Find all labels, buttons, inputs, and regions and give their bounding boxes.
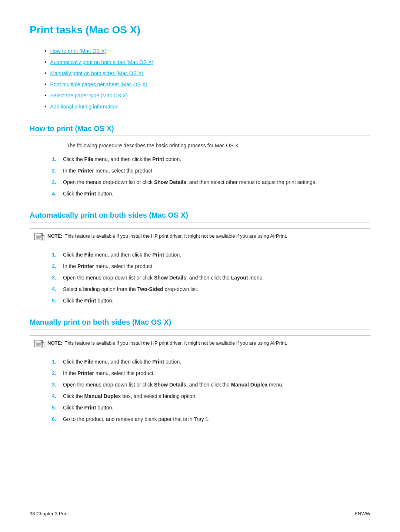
step-text: In the Printer menu, select the product. [63, 262, 370, 270]
page-footer: 38 Chapter 3 Print ENWW [30, 510, 370, 518]
toc-item-4[interactable]: Print multiple pages per sheet (Mac OS X… [44, 80, 370, 89]
step-number: 4. [52, 392, 63, 400]
step-2-3: 3. Open the menus drop-down list or clic… [52, 274, 370, 282]
toc-item-1[interactable]: How to print (Mac OS X) [44, 47, 370, 56]
section-intro-how-to-print: The following procedure describes the ba… [67, 142, 370, 150]
step-1-3: 3. Open the menus drop-down list or clic… [52, 178, 370, 186]
toc-link-6[interactable]: Additional printing information [50, 103, 119, 111]
step-text: In the Printer menu, select this product… [63, 369, 370, 377]
note-icon [34, 233, 44, 241]
step-number: 2. [52, 369, 63, 377]
footer-right: ENWW [354, 510, 370, 518]
footer-left: 38 Chapter 3 Print [30, 510, 69, 518]
step-3-6: 6. Go to the product, and remove any bla… [52, 415, 370, 423]
step-text: Go to the product, and remove any blank … [63, 415, 370, 423]
note-label: NOTE: [47, 340, 62, 346]
toc-item-3[interactable]: Manually print on both sides (Mac OS X) [44, 69, 370, 78]
step-number: 5. [52, 297, 63, 305]
auto-duplex-note: NOTE:This feature is available if you in… [30, 228, 370, 245]
toc-list: How to print (Mac OS X) Automatically pr… [44, 47, 370, 111]
how-to-print-steps: 1. Click the File menu, and then click t… [52, 155, 370, 198]
note-content: NOTE:This feature is available if you in… [47, 339, 287, 347]
step-number: 1. [52, 155, 63, 163]
step-text: Click the File menu, and then click the … [63, 155, 370, 163]
step-number: 2. [52, 167, 63, 175]
step-3-3: 3. Open the menus drop-down list or clic… [52, 381, 370, 389]
step-text: Click the File menu, and then click the … [63, 251, 370, 259]
step-text: Click the Print button. [63, 190, 370, 198]
step-number: 2. [52, 262, 63, 270]
step-text: Open the menus drop-down list or click S… [63, 381, 370, 389]
step-2-1: 1. Click the File menu, and then click t… [52, 251, 370, 259]
step-3-5: 5. Click the Print button. [52, 404, 370, 412]
section-auto-duplex: Automatically print on both sides (Mac O… [30, 210, 370, 305]
note-label: NOTE: [47, 233, 62, 239]
step-2-2: 2. In the Printer menu, select the produ… [52, 262, 370, 270]
step-number: 6. [52, 415, 63, 423]
manual-duplex-note: NOTE:This feature is available if you in… [30, 335, 370, 352]
page-title: Print tasks (Mac OS X) [30, 22, 370, 38]
note-content: NOTE:This feature is available if you in… [47, 232, 287, 240]
toc-link-1[interactable]: How to print (Mac OS X) [50, 47, 107, 55]
toc-link-4[interactable]: Print multiple pages per sheet (Mac OS X… [50, 81, 147, 88]
step-number: 4. [52, 190, 63, 198]
step-text: Open the menus drop-down list or click S… [63, 274, 370, 282]
note-text: This feature is available if you install… [64, 340, 287, 346]
toc-item-6[interactable]: Additional printing information [44, 102, 370, 111]
step-text: In the Printer menu, select the product. [63, 167, 370, 175]
section-title-how-to-print: How to print (Mac OS X) [30, 123, 370, 136]
toc-link-5[interactable]: Select the paper type (Mac OS X) [50, 92, 128, 100]
step-2-4: 4. Select a binding option from the Two-… [52, 285, 370, 293]
step-1-1: 1. Click the File menu, and then click t… [52, 155, 370, 163]
step-number: 1. [52, 251, 63, 259]
note-text: This feature is available if you install… [64, 233, 287, 239]
section-title-manual-duplex: Manually print on both sides (Mac OS X) [30, 317, 370, 329]
step-number: 3. [52, 381, 63, 389]
toc-link-3[interactable]: Manually print on both sides (Mac OS X) [50, 70, 143, 77]
step-2-5: 5. Click the Print button. [52, 297, 370, 305]
section-how-to-print: How to print (Mac OS X) The following pr… [30, 123, 370, 198]
step-3-1: 1. Click the File menu, and then click t… [52, 358, 370, 366]
step-text: Click the Manual Duplex box, and select … [63, 392, 370, 400]
step-1-4: 4. Click the Print button. [52, 190, 370, 198]
step-number: 4. [52, 285, 63, 293]
manual-duplex-steps: 1. Click the File menu, and then click t… [52, 358, 370, 423]
note-icon [34, 340, 44, 348]
step-number: 5. [52, 404, 63, 412]
step-1-2: 2. In the Printer menu, select the produ… [52, 167, 370, 175]
section-manual-duplex: Manually print on both sides (Mac OS X) … [30, 317, 370, 423]
step-number: 3. [52, 274, 63, 282]
step-number: 3. [52, 178, 63, 186]
toc-item-5[interactable]: Select the paper type (Mac OS X) [44, 91, 370, 100]
section-title-auto-duplex: Automatically print on both sides (Mac O… [30, 210, 370, 222]
step-3-4: 4. Click the Manual Duplex box, and sele… [52, 392, 370, 400]
auto-duplex-steps: 1. Click the File menu, and then click t… [52, 251, 370, 305]
step-3-2: 2. In the Printer menu, select this prod… [52, 369, 370, 377]
step-text: Click the Print button. [63, 404, 370, 412]
step-number: 1. [52, 358, 63, 366]
toc-link-2[interactable]: Automatically print on both sides (Mac O… [50, 58, 154, 66]
toc-item-2[interactable]: Automatically print on both sides (Mac O… [44, 58, 370, 67]
step-text: Open the menus drop-down list or click S… [63, 178, 370, 186]
step-text: Select a binding option from the Two-Sid… [63, 285, 370, 293]
step-text: Click the Print button. [63, 297, 370, 305]
step-text: Click the File menu, and then click the … [63, 358, 370, 366]
